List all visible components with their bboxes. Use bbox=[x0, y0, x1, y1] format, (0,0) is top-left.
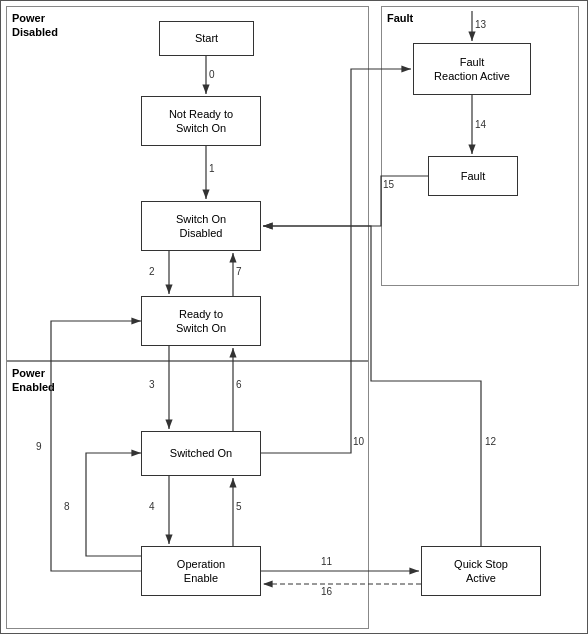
label-t2: 2 bbox=[149, 266, 155, 277]
label-t10: 10 bbox=[353, 436, 364, 447]
state-not-ready: Not Ready to Switch On bbox=[141, 96, 261, 146]
label-t3: 3 bbox=[149, 379, 155, 390]
state-fault: Fault bbox=[428, 156, 518, 196]
state-operation-enable: Operation Enable bbox=[141, 546, 261, 596]
label-t11: 11 bbox=[321, 556, 332, 567]
state-switched-on: Switched On bbox=[141, 431, 261, 476]
label-t4: 4 bbox=[149, 501, 155, 512]
region-fault-label: Fault bbox=[387, 11, 413, 25]
label-t1: 1 bbox=[209, 163, 215, 174]
label-t15: 15 bbox=[383, 179, 394, 190]
state-start: Start bbox=[159, 21, 254, 56]
state-switch-on-disabled: Switch On Disabled bbox=[141, 201, 261, 251]
label-t14: 14 bbox=[475, 119, 486, 130]
state-quick-stop: Quick Stop Active bbox=[421, 546, 541, 596]
label-t5: 5 bbox=[236, 501, 242, 512]
state-ready-to-switch-on: Ready to Switch On bbox=[141, 296, 261, 346]
label-t9: 9 bbox=[36, 441, 42, 452]
label-t6: 6 bbox=[236, 379, 242, 390]
diagram-container: PowerDisabled PowerEnabled Fault Start N… bbox=[0, 0, 588, 634]
label-t8: 8 bbox=[64, 501, 70, 512]
label-t0: 0 bbox=[209, 69, 215, 80]
label-t7: 7 bbox=[236, 266, 242, 277]
label-t16: 16 bbox=[321, 586, 332, 597]
state-fault-reaction: Fault Reaction Active bbox=[413, 43, 531, 95]
region-power-enabled-label: PowerEnabled bbox=[12, 366, 55, 395]
region-power-disabled-label: PowerDisabled bbox=[12, 11, 58, 40]
label-t12: 12 bbox=[485, 436, 496, 447]
label-t13: 13 bbox=[475, 19, 486, 30]
